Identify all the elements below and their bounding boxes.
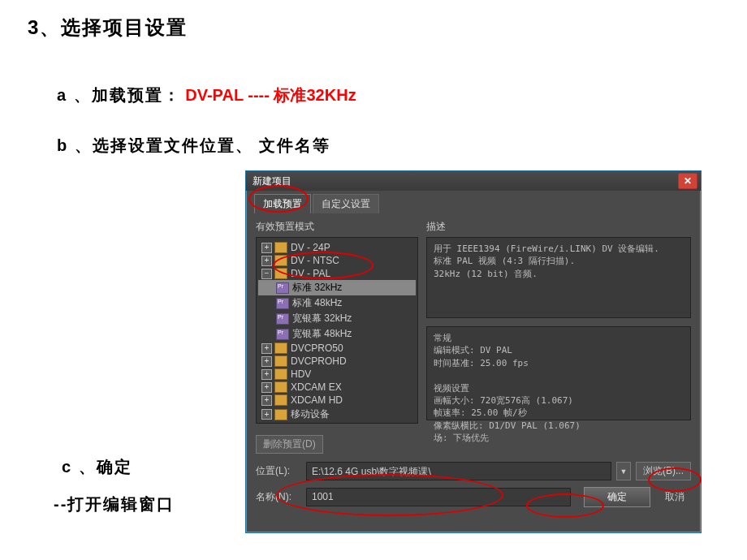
- preset-icon: [276, 313, 289, 325]
- name-label: 名称(N):: [256, 490, 301, 504]
- folder-icon: [274, 255, 287, 266]
- step-c-line: c 、确定: [62, 456, 132, 478]
- tree-mobile[interactable]: +移动设备: [258, 407, 416, 422]
- location-dropdown-icon[interactable]: ▼: [616, 462, 631, 480]
- name-input[interactable]: 1001: [306, 488, 571, 506]
- browse-button[interactable]: 浏览(B)...: [636, 462, 691, 480]
- cancel-button[interactable]: 取消: [662, 488, 688, 506]
- tree-wide32[interactable]: 宽银幕 32kHz: [258, 311, 416, 326]
- folder-icon: [274, 394, 287, 406]
- tree-xdcamhd[interactable]: +XDCAM HD: [258, 394, 416, 407]
- minus-icon[interactable]: −: [261, 269, 272, 279]
- plus-icon[interactable]: +: [261, 256, 272, 266]
- preset-icon: [276, 329, 289, 340]
- description-box: 用于 IEEE1394 (FireWire/i.LINK) DV 设备编辑. 标…: [426, 237, 691, 318]
- tab-load-preset[interactable]: 加载预置: [254, 194, 311, 213]
- location-label: 位置(L):: [256, 464, 301, 478]
- preset-mode-label: 有效预置模式: [256, 220, 418, 234]
- plus-icon[interactable]: +: [261, 243, 272, 253]
- step-d-line: --打开编辑窗口: [54, 493, 175, 515]
- general-box: 常规 编辑模式: DV PAL 时间基准: 25.00 fps 视频设置 画幅大…: [426, 326, 691, 420]
- tree-wide48[interactable]: 宽银幕 48kHz: [258, 326, 416, 342]
- folder-icon: [274, 355, 287, 367]
- step-b-line: b 、选择设置文件位置、 文件名等: [57, 135, 330, 157]
- folder-icon: [274, 381, 287, 393]
- tree-dvntsc[interactable]: +DV - NTSC: [258, 254, 416, 267]
- delete-preset-button[interactable]: 删除预置(D): [256, 435, 323, 454]
- description-label: 描述: [426, 220, 691, 234]
- plus-icon[interactable]: +: [261, 382, 272, 393]
- new-project-dialog: 新建项目 ✕ 加载预置 自定义设置 有效预置模式 +DV - 24P +DV -…: [245, 170, 702, 533]
- dialog-titlebar: 新建项目 ✕: [246, 171, 701, 191]
- preset-icon: [276, 298, 289, 309]
- location-input[interactable]: E:\12.6 4G usb\数字视频课\: [306, 462, 611, 480]
- tree-dv24p[interactable]: +DV - 24P: [258, 241, 416, 254]
- tab-row: 加载预置 自定义设置: [246, 191, 701, 213]
- tree-dvpal[interactable]: −DV - PAL: [258, 267, 416, 280]
- tree-dvcpro50[interactable]: +DVCPRO50: [258, 342, 416, 355]
- folder-icon: [274, 368, 287, 380]
- tree-dvcprohd[interactable]: +DVCPROHD: [258, 355, 416, 368]
- section-heading: 3、选择项目设置: [28, 15, 188, 41]
- dialog-title: 新建项目: [249, 174, 678, 188]
- folder-icon: [274, 342, 287, 354]
- tree-hdv[interactable]: +HDV: [258, 368, 416, 381]
- close-button[interactable]: ✕: [678, 173, 697, 189]
- tab-custom-settings[interactable]: 自定义设置: [313, 194, 379, 213]
- step-a-red: DV-PAL ---- 标准32KHz: [185, 86, 356, 104]
- plus-icon[interactable]: +: [261, 409, 272, 420]
- step-a-prefix: a 、加载预置：: [57, 86, 181, 104]
- plus-icon[interactable]: +: [261, 343, 272, 354]
- plus-icon[interactable]: +: [261, 369, 272, 380]
- tree-xdcamex[interactable]: +XDCAM EX: [258, 381, 416, 394]
- preset-icon: [276, 282, 289, 294]
- folder-icon: [274, 268, 287, 279]
- folder-icon: [274, 409, 287, 420]
- tree-std48[interactable]: 标准 48kHz: [258, 295, 416, 311]
- plus-icon[interactable]: +: [261, 395, 272, 406]
- step-a-line: a 、加载预置： DV-PAL ---- 标准32KHz: [57, 84, 356, 106]
- folder-icon: [274, 242, 287, 253]
- preset-tree[interactable]: +DV - 24P +DV - NTSC −DV - PAL 标准 32kHz …: [256, 237, 418, 424]
- tree-std32[interactable]: 标准 32kHz: [258, 280, 416, 295]
- plus-icon[interactable]: +: [261, 356, 272, 367]
- ok-button[interactable]: 确定: [584, 487, 650, 507]
